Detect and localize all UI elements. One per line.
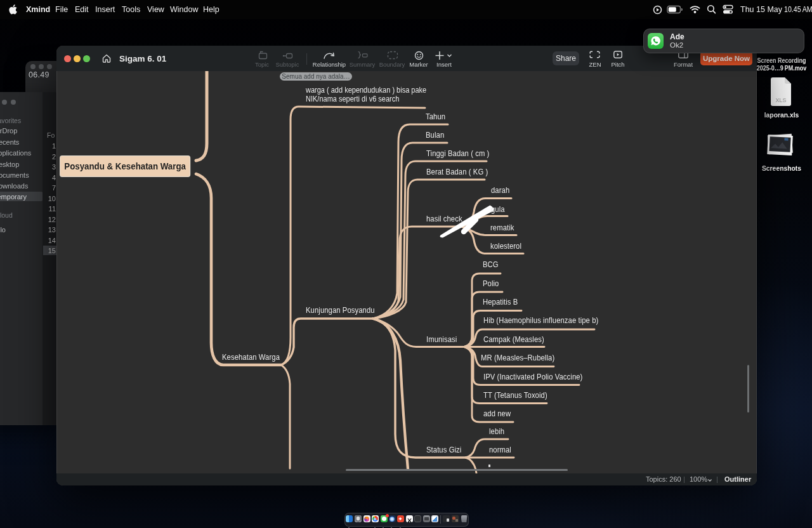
- svg-text:XLS: XLS: [775, 97, 786, 103]
